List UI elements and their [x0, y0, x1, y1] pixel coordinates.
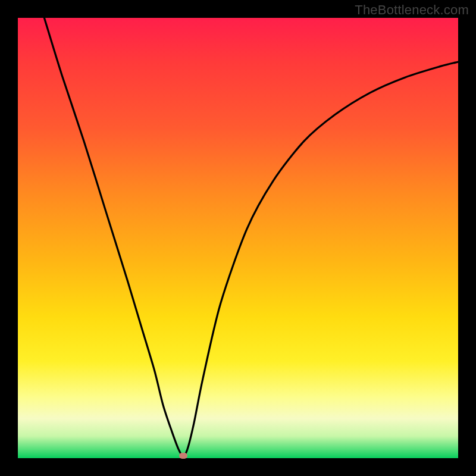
plot-area — [18, 18, 458, 458]
optimal-point-marker — [179, 453, 187, 459]
watermark-text: TheBottleneck.com — [355, 2, 469, 18]
chart-frame: TheBottleneck.com — [0, 0, 476, 476]
curve-svg — [18, 18, 458, 458]
bottleneck-curve — [44, 18, 458, 456]
